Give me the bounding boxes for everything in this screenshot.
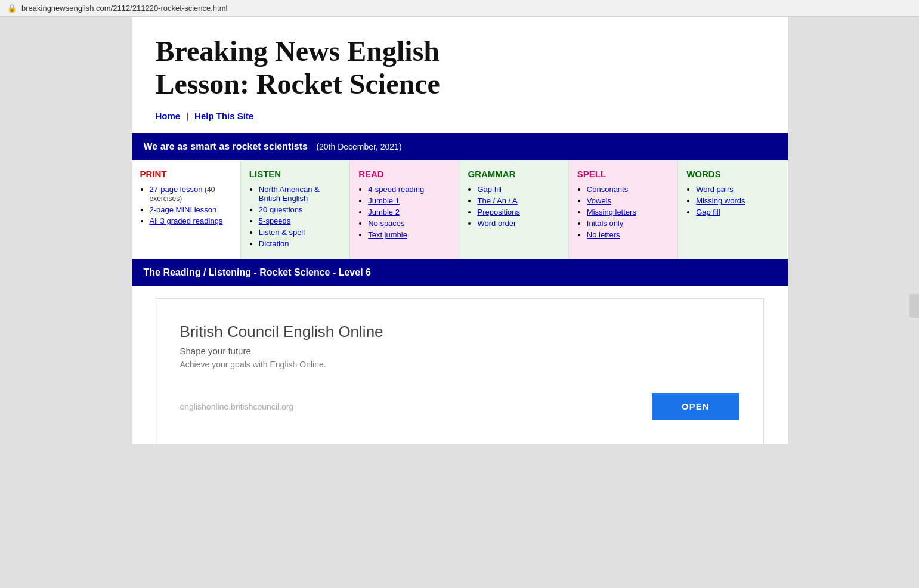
ad-subtitle: Shape your future <box>180 346 739 356</box>
word-pairs-link[interactable]: Word pairs <box>696 185 734 194</box>
na-british-link[interactable]: North American & British English <box>259 185 320 203</box>
ad-open-button[interactable]: OPEN <box>652 393 739 420</box>
grammar-title: GRAMMAR <box>468 169 559 179</box>
text-jumble-link[interactable]: Text jumble <box>368 230 407 239</box>
ad-title: British Council English Online <box>180 323 739 341</box>
lock-icon: 🔒 <box>7 4 17 13</box>
page-title: Breaking News English Lesson: Rocket Sci… <box>156 35 764 100</box>
list-item: Jumble 2 <box>368 208 450 216</box>
vowels-link[interactable]: Vowels <box>587 196 611 205</box>
list-item: No spaces <box>368 219 450 228</box>
url-bar[interactable]: breakingnewsenglish.com/2112/211220-rock… <box>21 4 227 13</box>
spell-title: SPELL <box>577 169 669 179</box>
reading-banner: The Reading / Listening - Rocket Science… <box>132 259 788 286</box>
help-link[interactable]: Help This Site <box>194 111 253 121</box>
jumble2-link[interactable]: Jumble 2 <box>368 208 400 216</box>
ad-footer: englishonline.britishcouncil.org OPEN <box>180 393 739 420</box>
jumble1-link[interactable]: Jumble 1 <box>368 196 400 205</box>
5speeds-link[interactable]: 5-speeds <box>259 216 290 225</box>
list-item: All 3 graded readings <box>150 216 232 225</box>
header-section: Breaking News English Lesson: Rocket Sci… <box>132 17 788 133</box>
words-title: WORDS <box>686 169 779 179</box>
list-item: Word order <box>477 219 559 228</box>
scroll-indicator <box>909 294 919 318</box>
list-item: 5-speeds <box>259 216 341 225</box>
home-link[interactable]: Home <box>156 111 181 121</box>
banner-text: We are as smart as rocket scientists <box>144 141 308 151</box>
read-title: READ <box>358 169 450 179</box>
list-item: 27-page lesson (40 exercises) <box>150 185 232 203</box>
banner-date: (20th December, 2021) <box>316 142 401 151</box>
listen-title: LISTEN <box>249 169 341 179</box>
activity-grid: PRINT 27-page lesson (40 exercises) 2-pa… <box>132 160 788 259</box>
browser-bar: 🔒 breakingnewsenglish.com/2112/211220-ro… <box>0 0 919 17</box>
list-item: Jumble 1 <box>368 196 450 205</box>
list-item: Consonants <box>587 185 669 194</box>
list-item: Missing letters <box>587 208 669 216</box>
list-item: 2-page MINI lesson <box>150 205 232 214</box>
list-item: North American & British English <box>259 185 341 203</box>
list-item: Missing words <box>696 196 779 205</box>
list-item: Gap fill <box>696 208 779 216</box>
listen-spell-link[interactable]: Listen & spell <box>259 228 305 237</box>
word-order-link[interactable]: Word order <box>477 219 516 228</box>
list-item: 4-speed reading <box>368 185 450 194</box>
27-page-link[interactable]: 27-page lesson <box>150 185 203 194</box>
4speed-link[interactable]: 4-speed reading <box>368 185 424 194</box>
col-words: WORDS Word pairs Missing words Gap fill <box>678 160 787 259</box>
col-listen: LISTEN North American & British English … <box>241 160 350 259</box>
missing-words-link[interactable]: Missing words <box>696 196 745 205</box>
col-read: READ 4-speed reading Jumble 1 Jumble 2 N… <box>350 160 459 259</box>
list-item: 20 questions <box>259 205 341 214</box>
top-banner: We are as smart as rocket scientists (20… <box>132 133 788 160</box>
gap-fill-link[interactable]: Gap fill <box>477 185 501 194</box>
list-item: Dictation <box>259 239 341 248</box>
col-spell: SPELL Consonants Vowels Missing letters … <box>569 160 678 259</box>
words-gap-fill-link[interactable]: Gap fill <box>696 208 720 216</box>
ad-url: englishonline.britishcouncil.org <box>180 402 294 411</box>
prepositions-link[interactable]: Prepositions <box>477 208 520 216</box>
col-grammar: GRAMMAR Gap fill The / An / A Prepositio… <box>459 160 568 259</box>
missing-letters-link[interactable]: Missing letters <box>587 208 636 216</box>
print-title: PRINT <box>140 169 232 179</box>
list-item: The / An / A <box>477 196 559 205</box>
list-item: Prepositions <box>477 208 559 216</box>
2-page-link[interactable]: 2-page MINI lesson <box>150 205 217 214</box>
no-letters-link[interactable]: No letters <box>587 230 620 239</box>
reading-banner-text: The Reading / Listening - Rocket Science… <box>144 267 371 277</box>
dictation-link[interactable]: Dictation <box>259 239 289 248</box>
list-item: Initals only <box>587 219 669 228</box>
nav-links: Home | Help This Site <box>156 111 764 121</box>
no-spaces-link[interactable]: No spaces <box>368 219 404 228</box>
list-item: Listen & spell <box>259 228 341 237</box>
article-link[interactable]: The / An / A <box>477 196 517 205</box>
20q-link[interactable]: 20 questions <box>259 205 303 214</box>
consonants-link[interactable]: Consonants <box>587 185 628 194</box>
ad-desc: Achieve your goals with English Online. <box>180 360 739 369</box>
graded-readings-link[interactable]: All 3 graded readings <box>150 216 223 225</box>
initials-only-link[interactable]: Initals only <box>587 219 623 228</box>
list-item: Gap fill <box>477 185 559 194</box>
list-item: No letters <box>587 230 669 239</box>
ad-section: British Council English Online Shape you… <box>156 298 764 444</box>
list-item: Vowels <box>587 196 669 205</box>
nav-divider: | <box>186 111 188 121</box>
col-print: PRINT 27-page lesson (40 exercises) 2-pa… <box>132 160 241 259</box>
list-item: Word pairs <box>696 185 779 194</box>
list-item: Text jumble <box>368 230 450 239</box>
